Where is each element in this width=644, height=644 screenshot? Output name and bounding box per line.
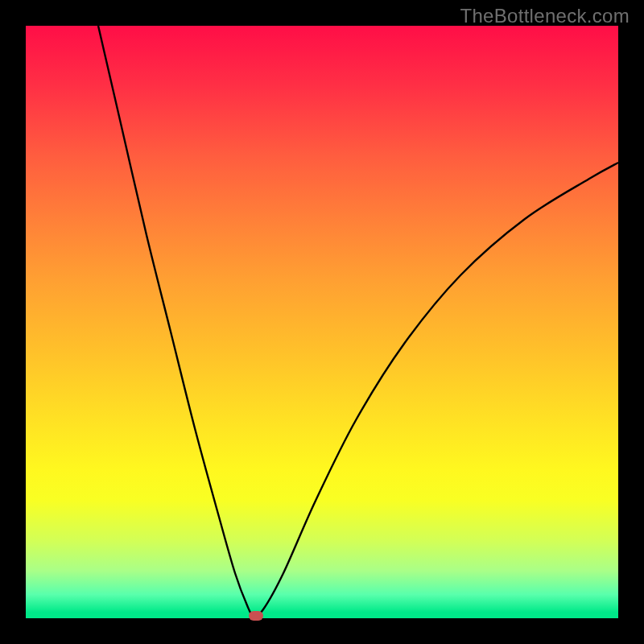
chart-plot-area [26, 26, 618, 618]
curve-path [98, 26, 618, 616]
bottleneck-curve [26, 26, 618, 618]
optimal-point-marker [249, 611, 263, 621]
watermark-text: TheBottleneck.com [460, 5, 630, 27]
